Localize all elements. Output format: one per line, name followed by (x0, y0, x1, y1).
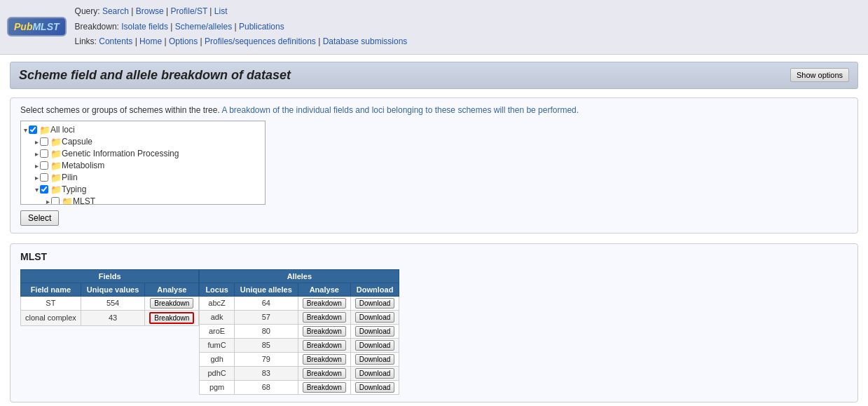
folder-icon-typing: 📁 (50, 184, 62, 195)
logo-pub: Pub (14, 21, 32, 32)
nav-options[interactable]: Options (169, 36, 198, 46)
tree-expand-all-loci[interactable]: ▾ (24, 126, 27, 134)
locus-cell: gdh (200, 352, 234, 366)
header: PubMLST Query: Search | Browse | Profile… (0, 0, 868, 55)
tree-label-mlst: MLST (73, 196, 95, 205)
unique-alleles-cell: 79 (234, 352, 298, 366)
download-cell: Download (350, 366, 399, 380)
tree-expand-metabolism[interactable]: ▸ (35, 162, 39, 170)
col-locus: Locus (200, 283, 234, 296)
download-button[interactable]: Download (355, 298, 394, 309)
tree-item-mlst[interactable]: ▸ 📁 MLST (24, 196, 262, 205)
breakdown-alleles-button[interactable]: Breakdown (303, 368, 346, 379)
breakdown-alleles-button[interactable]: Breakdown (303, 340, 346, 351)
page-title: Scheme field and allele breakdown of dat… (19, 68, 291, 83)
tree-label-metabolism: Metabolism (62, 161, 104, 170)
analyse-cell: Breakdown (145, 296, 199, 310)
alleles-row: aroE80BreakdownDownload (200, 324, 399, 338)
alleles-row: gdh79BreakdownDownload (200, 352, 399, 366)
tree-checkbox-mlst[interactable] (51, 197, 60, 205)
nav-home[interactable]: Home (139, 36, 162, 46)
analyse-alleles-cell: Breakdown (298, 366, 350, 380)
tree-item-metabolism[interactable]: ▸ 📁 Metabolism (24, 160, 262, 172)
scheme-panel: Select schemes or groups of schemes with… (10, 97, 858, 234)
nav-db-submissions[interactable]: Database submissions (323, 36, 408, 46)
download-button[interactable]: Download (355, 312, 394, 323)
tree-label-pilin: Pilin (62, 172, 78, 182)
tree-expand-mlst[interactable]: ▸ (46, 198, 50, 205)
col-download: Download (350, 283, 399, 296)
tree-item-genetic[interactable]: ▸ 📁 Genetic Information Processing (24, 148, 262, 160)
breakdown-alleles-button[interactable]: Breakdown (303, 382, 346, 393)
unique-alleles-cell: 83 (234, 366, 298, 380)
show-options-button[interactable]: Show options (790, 68, 849, 82)
tree-item-typing[interactable]: ▾ 📁 Typing (24, 184, 262, 196)
nav-profiles-seq[interactable]: Profiles/sequences definitions (205, 36, 316, 46)
locus-cell: aroE (200, 324, 234, 338)
nav-browse[interactable]: Browse (136, 6, 164, 16)
tree-expand-pilin[interactable]: ▸ (35, 174, 39, 182)
nav-profile-st[interactable]: Profile/ST (171, 6, 207, 16)
tree-item-pilin[interactable]: ▸ 📁 Pilin (24, 172, 262, 184)
breakdown-alleles-button[interactable]: Breakdown (303, 326, 346, 337)
select-button[interactable]: Select (20, 210, 59, 226)
nav-scheme-alleles[interactable]: Scheme/alleles (175, 22, 232, 32)
alleles-table: Alleles Locus Unique alleles Analyse Dow… (199, 269, 399, 395)
tree-checkbox-metabolism[interactable] (40, 161, 48, 170)
alleles-group-header: Alleles (200, 269, 399, 283)
tree-expand-capsule[interactable]: ▸ (35, 138, 39, 146)
unique-alleles-cell: 85 (234, 338, 298, 352)
tree-checkbox-all-loci[interactable] (29, 126, 37, 134)
tree-expand-typing[interactable]: ▾ (35, 186, 39, 194)
alleles-row: abcZ64BreakdownDownload (200, 296, 399, 310)
tree-checkbox-genetic[interactable] (40, 149, 48, 158)
fields-row: clonal complex43Breakdown (21, 310, 199, 325)
tree-label-genetic: Genetic Information Processing (62, 149, 179, 158)
logo-mlst: MLST (32, 21, 59, 32)
tree-expand-genetic[interactable]: ▸ (35, 150, 39, 158)
nav-contents[interactable]: Contents (99, 36, 132, 46)
links-row: Links: Contents | Home | Options | Profi… (75, 34, 408, 50)
breakdown-alleles-button[interactable]: Breakdown (303, 354, 346, 365)
locus-cell: fumC (200, 338, 234, 352)
tree-checkbox-capsule[interactable] (40, 137, 48, 146)
folder-icon-mlst: 📁 (62, 196, 73, 205)
breakdown-alleles-button[interactable]: Breakdown (303, 298, 346, 309)
unique-alleles-cell: 64 (234, 296, 298, 310)
nav-publications[interactable]: Publications (239, 22, 284, 32)
download-button[interactable]: Download (355, 340, 394, 351)
analyse-alleles-cell: Breakdown (298, 296, 350, 310)
download-cell: Download (350, 296, 399, 310)
alleles-row: fumC85BreakdownDownload (200, 338, 399, 352)
nav-list[interactable]: List (214, 6, 228, 16)
locus-cell: pgm (200, 380, 234, 394)
download-button[interactable]: Download (355, 368, 394, 379)
nav-isolate-fields[interactable]: Isolate fields (121, 22, 168, 32)
download-cell: Download (350, 310, 399, 324)
analyse-alleles-cell: Breakdown (298, 310, 350, 324)
tree-container[interactable]: ▾ 📁 All loci ▸ 📁 Capsule ▸ 📁 Genetic Inf… (20, 121, 266, 205)
tree-item-capsule[interactable]: ▸ 📁 Capsule (24, 136, 262, 148)
main: Scheme field and allele breakdown of dat… (0, 55, 868, 406)
tree-checkbox-typing[interactable] (40, 185, 48, 194)
breakdown-alleles-button[interactable]: Breakdown (303, 312, 346, 323)
locus-cell: adk (200, 310, 234, 324)
mlst-section: MLST Fields Field name Unique values Ana… (10, 243, 858, 402)
unique-values-cell: 43 (81, 310, 145, 325)
breakdown-row: Breakdown: Isolate fields | Scheme/allel… (75, 20, 408, 35)
breakdown-button[interactable]: Breakdown (150, 298, 193, 309)
alleles-tbody: abcZ64BreakdownDownloadadk57BreakdownDow… (200, 296, 399, 394)
scheme-description: Select schemes or groups of schemes with… (20, 105, 848, 115)
download-button[interactable]: Download (355, 382, 394, 393)
col-unique-values: Unique values (81, 283, 145, 296)
nav-search[interactable]: Search (102, 6, 129, 16)
breakdown-button[interactable]: Breakdown (149, 312, 194, 324)
tree-item-all-loci[interactable]: ▾ 📁 All loci (24, 124, 262, 136)
download-button[interactable]: Download (355, 354, 394, 365)
tree-label-typing: Typing (62, 184, 86, 194)
folder-icon-genetic: 📁 (50, 149, 62, 159)
tree-checkbox-pilin[interactable] (40, 173, 48, 182)
download-button[interactable]: Download (355, 326, 394, 337)
locus-cell: abcZ (200, 296, 234, 310)
alleles-row: pdhC83BreakdownDownload (200, 366, 399, 380)
